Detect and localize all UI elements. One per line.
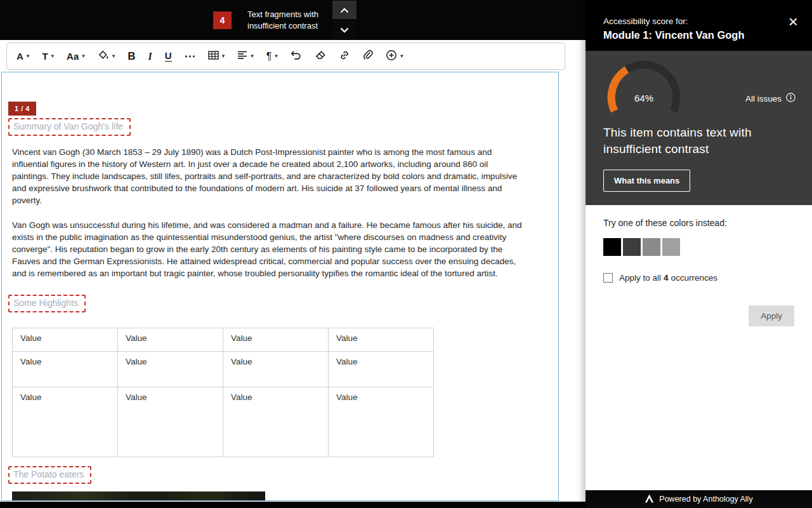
score-percent: 64% [599, 93, 688, 104]
table-cell[interactable]: Value [13, 387, 118, 457]
paragraph-icon: ¶ [266, 51, 272, 62]
table-row: Value Value Value Value [13, 352, 434, 387]
chevron-down-icon: ▾ [222, 53, 225, 59]
undo-icon [291, 50, 302, 63]
content-table: Value Value Value Value Value Value Valu… [12, 328, 434, 457]
content-editor: A ▾ T ▾ Aa ▾ ▾ B I [0, 40, 586, 502]
occurrence-count: 4 [664, 273, 669, 283]
previous-issue-button[interactable] [332, 1, 357, 19]
text-style-button[interactable]: T ▾ [36, 46, 60, 67]
apply-all-row: Apply to all4occurrences [603, 273, 794, 283]
chevron-down-icon: ▾ [400, 53, 403, 59]
score-eyebrow: Accessibility score for: [603, 17, 812, 26]
apply-button[interactable]: Apply [749, 305, 794, 326]
chevron-down-icon: ▾ [275, 53, 278, 59]
table-cell[interactable]: Value [329, 387, 434, 457]
apply-all-label: Apply to all4occurrences [619, 273, 717, 283]
editor-toolbar: A ▾ T ▾ Aa ▾ ▾ B I [6, 43, 565, 70]
table-cell[interactable]: Value [223, 328, 329, 352]
table-row: Value Value Value Value [13, 387, 434, 457]
table-row: Value Value Value Value [13, 328, 434, 352]
italic-icon: I [148, 51, 152, 62]
table-button[interactable]: ▾ [202, 46, 231, 67]
underline-icon: U [165, 51, 172, 62]
panel-header: Accessibility score for: Module 1: Vince… [586, 0, 812, 51]
chevron-up-icon [340, 4, 349, 16]
score-section: 64% All issues This item contains text w… [586, 51, 812, 205]
all-issues-link[interactable]: All issues [745, 93, 796, 104]
editor-content-area[interactable]: 1 / 4 Summary of Van Gogh's life Vincent… [1, 72, 559, 501]
table-cell[interactable]: Value [13, 352, 118, 387]
suggestion-section: Try one of these colors instead: Apply t… [586, 205, 812, 490]
attachment-button[interactable] [357, 46, 379, 67]
bold-icon: B [128, 51, 135, 62]
next-issue-button[interactable] [332, 20, 357, 39]
module-title: Module 1: Vincent Van Gogh [603, 29, 812, 41]
link-icon [339, 50, 350, 64]
table-cell[interactable]: Value [223, 352, 329, 387]
table-cell[interactable]: Value [13, 328, 118, 352]
flagged-heading-potato-eaters[interactable]: The Potato eaters [8, 466, 91, 484]
link-button[interactable] [333, 46, 356, 67]
flagged-heading-summary[interactable]: Summary of Van Gogh's life [8, 118, 131, 136]
score-gauge [599, 55, 688, 116]
font-color-button[interactable]: A ▾ [11, 46, 35, 67]
info-icon [786, 93, 796, 104]
paint-bucket-icon [98, 50, 109, 63]
chevron-down-icon [340, 24, 349, 36]
issue-message: This item contains text with insufficien… [603, 124, 789, 157]
plus-circle-icon [386, 50, 397, 64]
chevron-down-icon: ▾ [251, 53, 254, 59]
flagged-heading-highlights[interactable]: Some Highlights [8, 295, 86, 312]
insert-content-button[interactable]: ▾ [380, 46, 409, 67]
color-suggestion-prompt: Try one of these colors instead: [603, 218, 794, 228]
table-cell[interactable]: Value [329, 352, 434, 387]
font-size-icon: Aa [67, 51, 79, 61]
text-style-icon: T [42, 51, 48, 61]
bold-button[interactable]: B [122, 46, 141, 67]
table-cell[interactable]: Value [118, 387, 223, 457]
panel-footer: Powered by Anthology Ally [586, 490, 812, 508]
close-button[interactable]: × [789, 14, 798, 29]
potato-eaters-image[interactable] [12, 491, 265, 501]
accessibility-panel: Accessibility score for: Module 1: Vince… [586, 0, 812, 508]
paperclip-icon [363, 50, 373, 64]
chevron-down-icon: ▾ [112, 53, 115, 59]
what-this-means-button[interactable]: What this means [603, 170, 690, 192]
highlight-color-button[interactable]: ▾ [92, 46, 121, 67]
issue-count-badge: 4 [213, 11, 232, 29]
powered-by-label: Powered by Anthology Ally [659, 495, 752, 504]
flag-position-badge: 1 / 4 [8, 102, 36, 116]
apply-all-checkbox[interactable] [603, 273, 613, 283]
chevron-down-icon: ▾ [27, 53, 30, 59]
chevron-down-icon: ▾ [82, 53, 85, 59]
color-swatch[interactable] [662, 238, 680, 256]
paragraph-button[interactable]: ¶ ▾ [261, 46, 284, 67]
color-swatch[interactable] [643, 238, 660, 256]
font-size-button[interactable]: Aa ▾ [61, 46, 91, 67]
all-issues-label: All issues [745, 94, 782, 104]
page: 4 Text fragments with insufficient contr… [0, 0, 812, 508]
font-color-icon: A [16, 51, 23, 61]
table-cell[interactable]: Value [329, 328, 434, 352]
table-cell[interactable]: Value [223, 387, 329, 457]
table-cell[interactable]: Value [118, 328, 223, 352]
issue-navigation [332, 1, 357, 39]
anthology-logo-icon [645, 494, 654, 505]
italic-button[interactable]: I [143, 46, 158, 67]
undo-button[interactable] [285, 46, 308, 67]
align-left-icon [237, 50, 247, 63]
underline-button[interactable]: U [159, 46, 178, 67]
paragraph-van-gogh-bio[interactable]: Vincent van Gogh (30 March 1853 – 29 Jul… [12, 146, 525, 206]
alignment-button[interactable]: ▾ [232, 46, 259, 67]
color-swatch[interactable] [623, 238, 641, 256]
clear-formatting-button[interactable] [309, 46, 332, 67]
color-swatch[interactable] [603, 238, 621, 256]
close-icon: × [789, 12, 798, 31]
paragraph-van-gogh-legacy[interactable]: Van Gogh was unsuccessful during his lif… [12, 219, 525, 279]
more-options-button[interactable]: ⋯ [179, 46, 201, 67]
ellipsis-icon: ⋯ [185, 51, 195, 62]
chevron-down-icon: ▾ [51, 53, 55, 59]
eraser-icon [315, 50, 326, 63]
table-cell[interactable]: Value [118, 352, 223, 387]
